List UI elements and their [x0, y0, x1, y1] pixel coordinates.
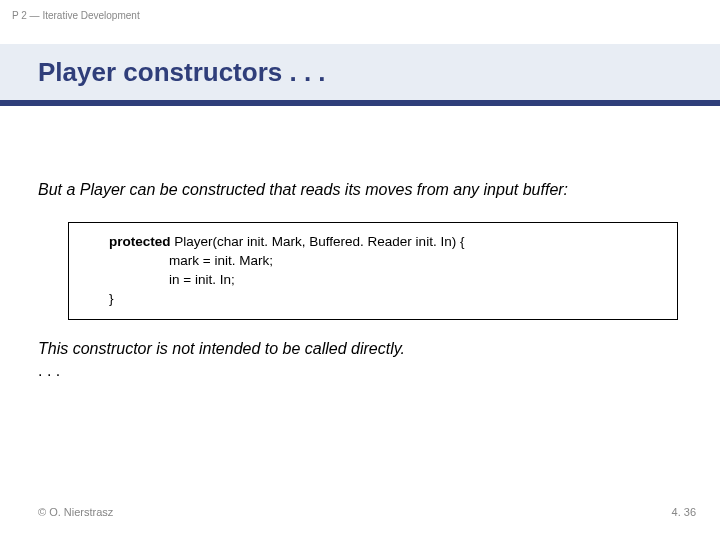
slide-body: But a Player can be constructed that rea… — [38, 180, 682, 380]
footer-page-number: 4. 36 — [672, 506, 696, 518]
title-bar: Player constructors . . . — [0, 44, 720, 106]
code-text: Player(char init. Mark, Buffered. Reader… — [171, 234, 465, 249]
footer-copyright: © O. Nierstrasz — [38, 506, 113, 518]
outro-text: This constructor is not intended to be c… — [38, 340, 682, 358]
intro-text: But a Player can be constructed that rea… — [38, 180, 682, 200]
code-line: } — [95, 290, 667, 309]
ellipsis: . . . — [38, 362, 682, 380]
code-keyword: protected — [109, 234, 171, 249]
slide-title: Player constructors . . . — [38, 57, 326, 88]
code-line: in = init. In; — [95, 271, 667, 290]
slide: P 2 — Iterative Development Player const… — [0, 0, 720, 540]
code-line: protected Player(char init. Mark, Buffer… — [95, 233, 667, 252]
code-line: mark = init. Mark; — [95, 252, 667, 271]
code-block: protected Player(char init. Mark, Buffer… — [68, 222, 678, 320]
section-label: P 2 — Iterative Development — [12, 10, 140, 21]
